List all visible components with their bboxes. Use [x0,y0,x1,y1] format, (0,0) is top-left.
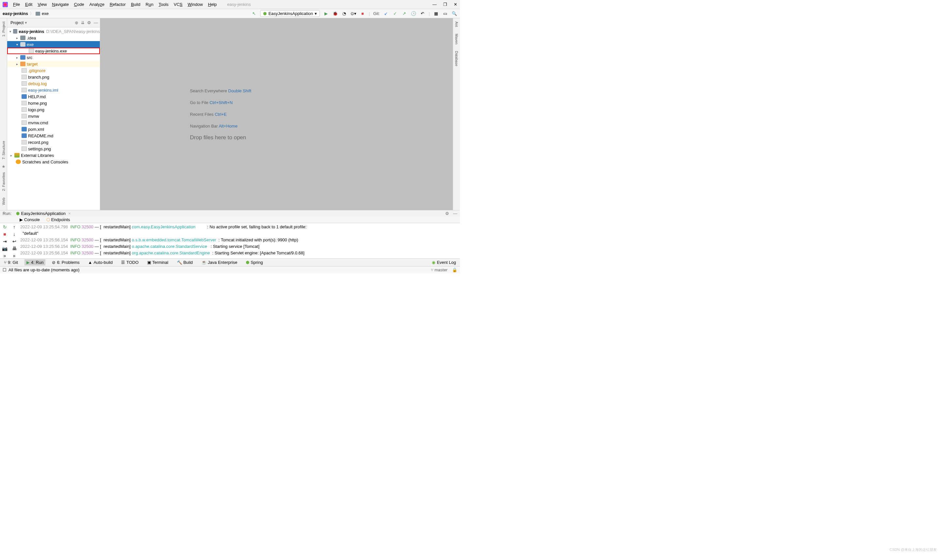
hide-icon[interactable]: — [453,211,457,216]
rail-project[interactable]: 1: Project [1,18,6,40]
tree-exe-folder[interactable]: ▾ exe [7,41,100,48]
debug-button[interactable]: 🐞 [332,11,338,17]
tree-logo-png[interactable]: logo.png [7,106,100,113]
breadcrumb[interactable]: easy-jenkins 〉 exe [3,11,49,17]
search-everywhere-icon[interactable]: 🔍 [452,11,457,17]
rail-favorites[interactable]: 2: Favorites [1,169,6,194]
tree-exe-file[interactable]: easy-jenkins.exe [7,48,100,54]
more-icon[interactable]: » [12,253,17,258]
print-icon[interactable]: 🖶 [12,246,17,251]
menu-window[interactable]: Window [185,2,205,7]
menu-build[interactable]: Build [128,2,143,7]
git-push-icon[interactable]: ↗ [401,11,407,17]
settings-gear-icon[interactable]: ⚙ [87,20,91,25]
project-tree[interactable]: ▾ easy-jenkins D:\IDEA_SPAN\easy-jenkins… [7,28,100,210]
status-indicator-icon[interactable]: ☐ [3,268,6,272]
btab-spring[interactable]: ⬢Spring [244,259,265,266]
collapse-icon[interactable]: ⇊ [81,20,85,25]
run-tool-window: Run: ⬢ EasyJenkinsApplication × ⚙ — ▶Con… [0,210,460,258]
tree-iml[interactable]: easy-jenkins.iml [7,87,100,93]
menu-analyze[interactable]: Analyze [87,2,107,7]
console-tab[interactable]: ▶Console [20,217,40,222]
git-history-icon[interactable]: 🕓 [411,11,416,17]
close-tab-icon[interactable]: × [68,211,71,216]
tree-home-png[interactable]: home.png [7,100,100,106]
menu-tools[interactable]: Tools [156,2,171,7]
down-icon[interactable]: ↓ [12,232,17,237]
rerun-icon[interactable]: ↻ [2,225,8,229]
wrap-icon[interactable]: ↩ [12,239,17,244]
btab-build[interactable]: 🔨Build [175,259,195,266]
btab-autobuild[interactable]: ▲Auto-build [86,259,114,266]
run-tab[interactable]: ⬢ EasyJenkinsApplication × [14,211,72,216]
ide-settings-icon[interactable]: ▦ [433,11,439,17]
menu-help[interactable]: Help [205,2,219,7]
tree-idea[interactable]: ▸ .idea [7,35,100,41]
btab-javaee[interactable]: ☕Java Enterprise [199,259,239,266]
stop-icon[interactable]: ■ [2,232,8,237]
project-panel-title[interactable]: Project [11,20,23,25]
tree-external-libraries[interactable]: ▸ External Libraries [7,152,100,158]
git-branch-widget[interactable]: ⑂ master [431,268,447,272]
lock-icon[interactable]: 🔒 [452,268,457,272]
breadcrumb-root[interactable]: easy-jenkins [3,11,28,16]
btab-todo[interactable]: ☰TODO [119,259,140,266]
tree-mvnw[interactable]: mvnw [7,113,100,119]
menu-vcs[interactable]: VCS [171,2,185,7]
btab-eventlog[interactable]: ◉Event Log [430,259,458,266]
git-revert-icon[interactable]: ↶ [420,11,425,17]
stop-button[interactable]: ■ [360,11,365,17]
menu-view[interactable]: View [35,2,49,7]
menu-code[interactable]: Code [71,2,87,7]
up-icon[interactable]: ↑ [12,225,17,229]
breadcrumb-child[interactable]: exe [42,11,49,16]
menu-refactor[interactable]: Refactor [107,2,128,7]
tree-src[interactable]: ▸ src [7,54,100,61]
tree-root[interactable]: ▾ easy-jenkins D:\IDEA_SPAN\easy-jenkins [7,28,100,35]
tree-branch-png[interactable]: branch.png [7,74,100,80]
menu-edit[interactable]: Edit [23,2,35,7]
profiler-button[interactable]: ⊙▾ [351,11,356,17]
rail-database[interactable]: Database [454,48,459,69]
git-update-icon[interactable]: ↙ [383,11,389,17]
maximize-icon[interactable]: ❐ [443,2,447,7]
tree-debug-log[interactable]: debug.log [7,80,100,87]
camera-icon[interactable]: 📷 [2,246,8,251]
close-icon[interactable]: ✕ [454,2,457,7]
tree-gitignore[interactable]: .gitignore [7,67,100,74]
btab-git[interactable]: ⑂9: Git [2,259,20,266]
locate-icon[interactable]: ⊕ [75,20,79,25]
rail-ant[interactable]: Ant [454,18,459,30]
tree-help-md[interactable]: HELP.md [7,93,100,100]
tree-readme[interactable]: README.md [7,132,100,139]
tree-mvnw-cmd[interactable]: mvnw.cmd [7,119,100,126]
console-output[interactable]: 2022-12-09 13:25:54.798 INFO 32500 --- [… [19,223,460,258]
chevron-down-icon[interactable]: ▾ [25,20,27,25]
more-icon[interactable]: » [2,253,8,258]
tree-target[interactable]: ▸ target [7,61,100,67]
endpoints-tab[interactable]: ⬡Endpoints [46,217,70,222]
menu-file[interactable]: File [11,2,23,7]
hide-icon[interactable]: — [94,20,98,25]
tree-pom[interactable]: pom.xml [7,126,100,132]
menu-run[interactable]: Run [143,2,156,7]
tree-scratches[interactable]: Scratches and Consoles [7,158,100,165]
run-config-selector[interactable]: ⬢ EasyJenkinsApplication ▾ [260,10,320,17]
project-structure-icon[interactable]: ▭ [442,11,448,17]
git-commit-icon[interactable]: ✓ [392,11,398,17]
build-hammer-icon[interactable]: ↖ [251,11,257,17]
exit-icon[interactable]: ⇥ [2,239,8,244]
rail-structure[interactable]: 7: Structure [1,138,6,163]
rail-maven[interactable]: Maven [454,30,459,48]
minimize-icon[interactable]: — [433,2,437,7]
settings-gear-icon[interactable]: ⚙ [445,211,449,216]
btab-terminal[interactable]: ▣Terminal [145,259,170,266]
coverage-button[interactable]: ◔ [341,11,347,17]
btab-run[interactable]: ▶4: Run [25,259,45,266]
tree-record-png[interactable]: record.png [7,139,100,145]
run-button[interactable]: ▶ [323,11,329,17]
rail-web[interactable]: Web [1,194,6,208]
tree-settings-png[interactable]: settings.png [7,145,100,152]
menu-navigate[interactable]: Navigate [49,2,71,7]
btab-problems[interactable]: ⊘6: Problems [50,259,81,266]
